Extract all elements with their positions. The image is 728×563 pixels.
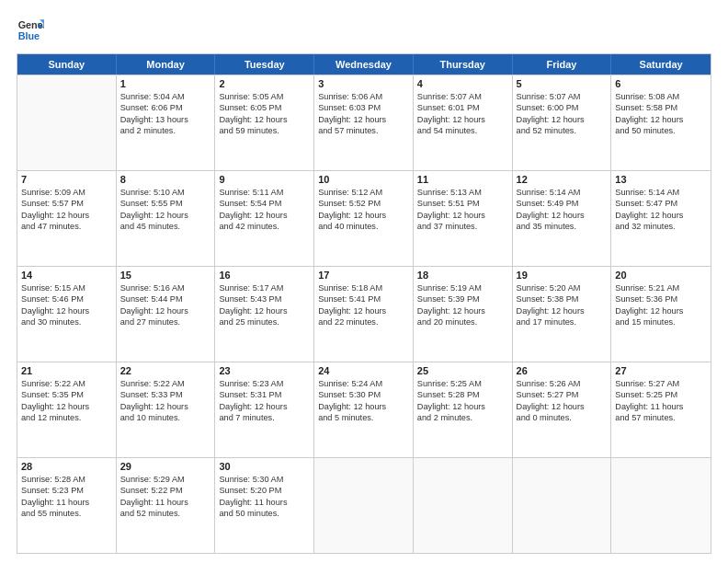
cell-info-line: Sunset: 5:25 PM <box>615 389 707 400</box>
day-number: 23 <box>219 365 310 376</box>
cell-info-line: Daylight: 12 hours <box>21 401 112 412</box>
cell-info-line: and 55 minutes. <box>21 508 112 519</box>
weekday-header-thursday: Thursday <box>414 54 513 75</box>
cell-info-line: and 40 minutes. <box>318 221 409 232</box>
cell-info-line: Daylight: 12 hours <box>318 305 409 316</box>
day-cell-17: 17Sunrise: 5:18 AMSunset: 5:41 PMDayligh… <box>314 267 414 362</box>
cell-info-line: Sunrise: 5:28 AM <box>21 474 112 485</box>
day-number: 14 <box>21 270 112 281</box>
cell-info-line: Sunrise: 5:27 AM <box>615 378 707 389</box>
calendar-header: SundayMondayTuesdayWednesdayThursdayFrid… <box>17 54 711 75</box>
cell-info-line: and 7 minutes. <box>219 412 310 423</box>
day-cell-22: 22Sunrise: 5:22 AMSunset: 5:33 PMDayligh… <box>117 362 216 457</box>
cell-info-line: Daylight: 11 hours <box>120 497 211 508</box>
cell-info-line: Sunset: 5:47 PM <box>615 198 707 209</box>
day-number: 17 <box>318 270 409 281</box>
empty-cell <box>314 458 414 553</box>
cell-info-line: Sunset: 5:20 PM <box>219 485 310 496</box>
cell-info-line: Daylight: 12 hours <box>517 401 608 412</box>
day-cell-10: 10Sunrise: 5:12 AMSunset: 5:52 PMDayligh… <box>314 171 414 266</box>
cell-info-line: and 42 minutes. <box>219 221 310 232</box>
empty-cell <box>611 458 711 553</box>
weekday-header-tuesday: Tuesday <box>215 54 314 75</box>
cell-info-line: Sunrise: 5:13 AM <box>417 187 508 198</box>
day-cell-2: 2Sunrise: 5:05 AMSunset: 6:05 PMDaylight… <box>215 75 314 170</box>
cell-info-line: Sunrise: 5:23 AM <box>219 378 310 389</box>
day-number: 11 <box>417 174 508 185</box>
day-number: 4 <box>417 78 508 89</box>
empty-cell <box>414 458 513 553</box>
cell-info-line: Sunset: 6:03 PM <box>318 102 409 113</box>
day-number: 30 <box>219 461 310 472</box>
cell-info-line: Daylight: 13 hours <box>120 114 211 125</box>
cell-info-line: Sunset: 5:41 PM <box>318 293 409 304</box>
cell-info-line: and 25 minutes. <box>219 316 310 327</box>
cell-info-line: Sunset: 5:28 PM <box>417 389 508 400</box>
cell-info-line: Sunset: 5:54 PM <box>219 198 310 209</box>
cell-info-line: and 2 minutes. <box>417 412 508 423</box>
logo-icon: General Blue <box>17 17 44 44</box>
cell-info-line: Daylight: 12 hours <box>517 305 608 316</box>
day-cell-7: 7Sunrise: 5:09 AMSunset: 5:57 PMDaylight… <box>17 171 117 266</box>
cell-info-line: Sunset: 5:52 PM <box>318 198 409 209</box>
day-number: 19 <box>517 270 608 281</box>
day-number: 25 <box>417 365 508 376</box>
cell-info-line: and 50 minutes. <box>219 508 310 519</box>
cell-info-line: Sunrise: 5:21 AM <box>615 282 707 293</box>
day-cell-3: 3Sunrise: 5:06 AMSunset: 6:03 PMDaylight… <box>314 75 414 170</box>
cell-info-line: and 5 minutes. <box>318 412 409 423</box>
cell-info-line: Sunrise: 5:12 AM <box>318 187 409 198</box>
cell-info-line: Sunset: 5:57 PM <box>21 198 112 209</box>
cell-info-line: Sunrise: 5:24 AM <box>318 378 409 389</box>
day-number: 22 <box>120 365 211 376</box>
cell-info-line: Sunset: 6:06 PM <box>120 102 211 113</box>
day-cell-15: 15Sunrise: 5:16 AMSunset: 5:44 PMDayligh… <box>117 267 216 362</box>
cell-info-line: Sunset: 5:22 PM <box>120 485 211 496</box>
calendar-row-2: 7Sunrise: 5:09 AMSunset: 5:57 PMDaylight… <box>17 170 711 266</box>
cell-info-line: Daylight: 12 hours <box>219 401 310 412</box>
cell-info-line: and 57 minutes. <box>318 125 409 136</box>
calendar-row-5: 28Sunrise: 5:28 AMSunset: 5:23 PMDayligh… <box>17 457 711 553</box>
cell-info-line: Sunrise: 5:10 AM <box>120 187 211 198</box>
cell-info-line: Daylight: 12 hours <box>219 305 310 316</box>
cell-info-line: Sunset: 5:51 PM <box>417 198 508 209</box>
day-cell-18: 18Sunrise: 5:19 AMSunset: 5:39 PMDayligh… <box>414 267 513 362</box>
weekday-header-monday: Monday <box>117 54 216 75</box>
cell-info-line: Sunrise: 5:09 AM <box>21 187 112 198</box>
cell-info-line: Sunrise: 5:11 AM <box>219 187 310 198</box>
cell-info-line: Daylight: 12 hours <box>615 114 707 125</box>
cell-info-line: Sunrise: 5:14 AM <box>615 187 707 198</box>
day-number: 6 <box>615 78 707 89</box>
calendar-row-1: 1Sunrise: 5:04 AMSunset: 6:06 PMDaylight… <box>17 75 711 170</box>
weekday-header-friday: Friday <box>513 54 612 75</box>
cell-info-line: Daylight: 12 hours <box>21 305 112 316</box>
day-cell-25: 25Sunrise: 5:25 AMSunset: 5:28 PMDayligh… <box>414 362 513 457</box>
cell-info-line: Sunset: 5:49 PM <box>517 198 608 209</box>
day-cell-24: 24Sunrise: 5:24 AMSunset: 5:30 PMDayligh… <box>314 362 414 457</box>
svg-text:Blue: Blue <box>18 30 40 41</box>
day-number: 3 <box>318 78 409 89</box>
cell-info-line: Sunrise: 5:19 AM <box>417 282 508 293</box>
cell-info-line: Sunset: 5:23 PM <box>21 485 112 496</box>
cell-info-line: Sunset: 5:46 PM <box>21 293 112 304</box>
day-cell-4: 4Sunrise: 5:07 AMSunset: 6:01 PMDaylight… <box>414 75 513 170</box>
day-cell-26: 26Sunrise: 5:26 AMSunset: 5:27 PMDayligh… <box>513 362 612 457</box>
day-cell-16: 16Sunrise: 5:17 AMSunset: 5:43 PMDayligh… <box>215 267 314 362</box>
day-number: 21 <box>21 365 112 376</box>
cell-info-line: Sunrise: 5:08 AM <box>615 91 707 102</box>
day-number: 2 <box>219 78 310 89</box>
day-cell-6: 6Sunrise: 5:08 AMSunset: 5:58 PMDaylight… <box>611 75 711 170</box>
cell-info-line: Daylight: 12 hours <box>517 114 608 125</box>
calendar: SundayMondayTuesdayWednesdayThursdayFrid… <box>17 53 711 554</box>
cell-info-line: Sunrise: 5:07 AM <box>517 91 608 102</box>
empty-cell <box>513 458 612 553</box>
day-number: 10 <box>318 174 409 185</box>
cell-info-line: and 22 minutes. <box>318 316 409 327</box>
cell-info-line: and 2 minutes. <box>120 125 211 136</box>
day-number: 26 <box>517 365 608 376</box>
cell-info-line: and 17 minutes. <box>517 316 608 327</box>
day-cell-23: 23Sunrise: 5:23 AMSunset: 5:31 PMDayligh… <box>215 362 314 457</box>
cell-info-line: and 47 minutes. <box>21 221 112 232</box>
day-number: 5 <box>517 78 608 89</box>
day-cell-30: 30Sunrise: 5:30 AMSunset: 5:20 PMDayligh… <box>215 458 314 553</box>
